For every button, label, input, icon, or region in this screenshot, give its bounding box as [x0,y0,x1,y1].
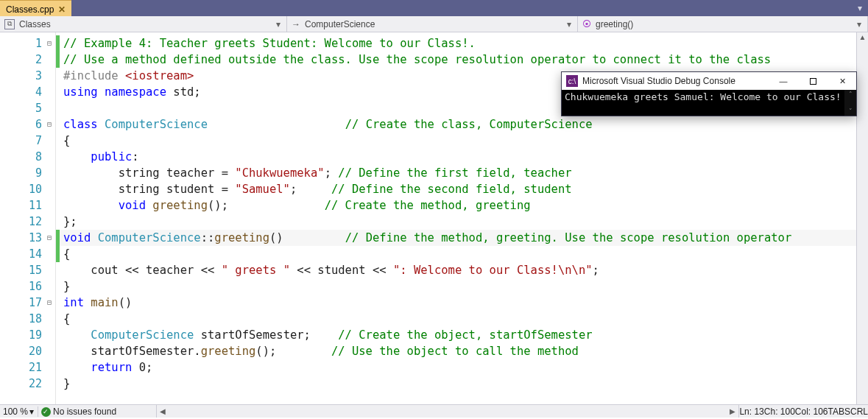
tabs-overflow-button[interactable]: ▾ [852,0,868,16]
fold-toggle[interactable]: ⊟ [45,35,54,52]
code-line[interactable]: int main() [63,295,856,311]
issues-label: No issues found [53,406,156,417]
dropdown-icon: ▾ [565,19,573,29]
fold-toggle [45,343,54,359]
debug-console-window[interactable]: c:\ Microsoft Visual Studio Debug Consol… [561,71,857,116]
maximize-button[interactable] [800,73,825,89]
fold-toggle [45,214,54,230]
scroll-up-icon[interactable]: ▲ [857,32,868,43]
code-line[interactable]: } [63,278,856,295]
fold-toggle[interactable]: ⊟ [45,116,54,133]
issues-status-icon: ✓ [38,406,53,417]
nav-class-dropdown[interactable]: ComputerScience ▾ [287,16,578,32]
code-line[interactable]: void greeting(); // Create the method, g… [63,197,856,214]
line-number-gutter: ⊟⊟⊟⊟ 12345678910111213141516171819202122 [0,32,56,404]
code-line[interactable]: class ComputerScience // Create the clas… [63,116,856,133]
scope-icon: ⧉ [4,19,15,29]
status-tabs: TABS [828,406,850,417]
document-tab-label: Classes.cpp [6,4,54,15]
tabs-bar: Classes.cpp ✕ ▾ [0,0,868,16]
dropdown-icon: ▾ [29,406,34,417]
fold-toggle [45,278,54,295]
nav-member-dropdown[interactable]: ⦿ greeting() ▾ [578,16,868,32]
code-line[interactable]: return 0; [63,359,856,376]
code-line[interactable]: // Example 4: Teacher greets Student: We… [63,35,856,52]
code-line[interactable]: { [63,246,856,262]
nav-class-label: ComputerScience [305,19,375,29]
status-col: Col: 106 [795,406,828,417]
dropdown-icon: ▾ [275,19,282,29]
console-output-area[interactable]: Chukwuemeka greets Samuel: Welcome to ou… [562,90,856,116]
change-indicator [56,230,60,262]
code-line[interactable]: { [63,311,856,327]
check-icon: ✓ [41,407,51,417]
fold-toggle [45,246,54,262]
navigation-bar: ⧉ Classes ▾ ComputerScience ▾ ⦿ greeting… [0,16,868,32]
fold-toggle [45,197,54,214]
fold-toggle [45,327,54,343]
code-line[interactable]: void ComputerScience::greeting() // Defi… [63,230,856,246]
console-scrollbar[interactable]: ˄˅ [844,90,856,116]
fold-toggle [45,100,54,116]
fold-toggle [45,376,54,392]
fold-toggle [45,52,54,68]
fold-toggle [45,165,54,181]
code-line[interactable]: }; [63,214,856,230]
code-line[interactable]: startOfSemester.greeting(); // Use the o… [63,343,856,359]
nav-scope-label: Classes [19,19,51,29]
editor-footer: 100 % ▾ ✓ No issues found ◀ ▶ Ln: 13 Ch:… [0,404,868,418]
console-output-line: Chukwuemeka greets Samuel: Welcome to ou… [565,91,841,102]
arrow-right-icon [292,19,300,29]
change-indicator [56,35,60,68]
scroll-left-icon[interactable]: ◀ [157,407,169,415]
status-ln: Ln: 13 [739,406,763,417]
fold-toggle [45,133,54,149]
nav-member-label: greeting() [596,19,633,29]
fold-toggle [45,311,54,327]
scroll-up-icon[interactable]: ˄ [849,91,853,98]
square-icon [810,78,816,85]
code-line[interactable]: ComputerScience startOfSemester; // Crea… [63,327,856,343]
scroll-down-icon[interactable]: ˅ [849,108,853,115]
fold-toggle [45,84,54,100]
horizontal-scrollbar[interactable]: ◀ ▶ [156,405,739,418]
code-line[interactable]: // Use a method defined outside the clas… [63,52,856,68]
close-button[interactable]: ✕ [830,73,855,89]
zoom-label: 100 % [3,406,28,417]
status-ch: Ch: 100 [764,406,795,417]
console-title: Microsoft Visual Studio Debug Console [582,76,766,86]
console-titlebar[interactable]: c:\ Microsoft Visual Studio Debug Consol… [562,72,856,90]
fold-toggle[interactable]: ⊟ [45,230,54,246]
method-icon: ⦿ [582,19,591,29]
code-line[interactable]: public: [63,149,856,165]
vs-icon: c:\ [566,75,578,87]
vertical-scrollbar[interactable]: ▲ [856,32,868,404]
code-line[interactable]: string student = "Samuel"; // Define the… [63,181,856,197]
zoom-dropdown[interactable]: 100 % ▾ [0,406,38,417]
fold-toggle [45,262,54,278]
close-tab-icon[interactable]: ✕ [58,4,66,15]
dropdown-icon: ▾ [855,19,863,29]
fold-toggle [45,359,54,376]
fold-toggle [45,149,54,165]
fold-toggle[interactable]: ⊟ [45,295,54,311]
code-line[interactable]: { [63,133,856,149]
status-crlf: CRL [850,406,868,417]
code-line[interactable]: string teacher = "Chukwuemeka"; // Defin… [63,165,856,181]
nav-scope-dropdown[interactable]: ⧉ Classes ▾ [0,16,287,32]
document-tab[interactable]: Classes.cpp ✕ [0,0,71,16]
fold-toggle [45,68,54,84]
tabs-spacer [71,0,852,16]
fold-toggle [45,181,54,197]
scroll-right-icon[interactable]: ▶ [727,407,738,415]
minimize-button[interactable]: — [771,73,796,89]
code-line[interactable]: } [63,376,856,392]
code-line[interactable]: cout << teacher << " greets " << student… [63,262,856,278]
